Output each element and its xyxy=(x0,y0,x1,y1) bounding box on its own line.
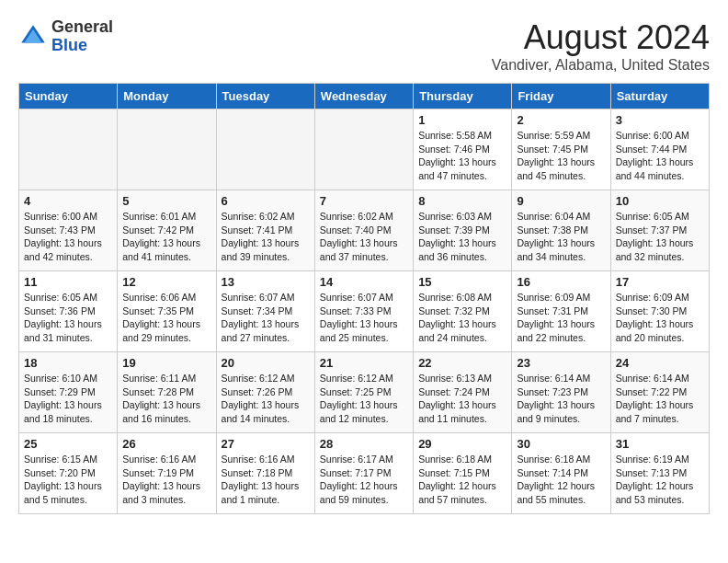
day-cell: 10Sunrise: 6:05 AM Sunset: 7:37 PM Dayli… xyxy=(610,190,709,271)
day-number: 23 xyxy=(517,356,605,370)
day-info: Sunrise: 6:07 AM Sunset: 7:34 PM Dayligh… xyxy=(222,291,310,345)
day-number: 10 xyxy=(616,194,704,208)
day-info: Sunrise: 6:17 AM Sunset: 7:17 PM Dayligh… xyxy=(320,453,408,507)
day-info: Sunrise: 6:04 AM Sunset: 7:38 PM Dayligh… xyxy=(517,210,605,264)
day-cell: 19Sunrise: 6:11 AM Sunset: 7:28 PM Dayli… xyxy=(118,352,216,433)
day-cell: 8Sunrise: 6:03 AM Sunset: 7:39 PM Daylig… xyxy=(414,190,512,271)
weekday-header-thursday: Thursday xyxy=(414,84,512,109)
weekday-header-monday: Monday xyxy=(118,84,216,109)
day-info: Sunrise: 6:05 AM Sunset: 7:37 PM Dayligh… xyxy=(616,210,704,264)
logo-icon xyxy=(18,22,48,52)
day-cell: 20Sunrise: 6:12 AM Sunset: 7:26 PM Dayli… xyxy=(216,352,314,433)
logo-blue: Blue xyxy=(51,37,113,55)
day-info: Sunrise: 6:00 AM Sunset: 7:43 PM Dayligh… xyxy=(24,210,112,264)
weekday-header-wednesday: Wednesday xyxy=(314,84,413,109)
day-number: 15 xyxy=(418,275,506,289)
day-info: Sunrise: 6:12 AM Sunset: 7:25 PM Dayligh… xyxy=(320,372,408,426)
day-cell: 31Sunrise: 6:19 AM Sunset: 7:13 PM Dayli… xyxy=(610,433,709,514)
day-cell: 2Sunrise: 5:59 AM Sunset: 7:45 PM Daylig… xyxy=(512,109,610,190)
calendar-header: SundayMondayTuesdayWednesdayThursdayFrid… xyxy=(19,84,710,109)
day-info: Sunrise: 6:14 AM Sunset: 7:23 PM Dayligh… xyxy=(517,372,605,426)
logo-general: General xyxy=(51,18,113,37)
day-number: 7 xyxy=(320,194,408,208)
logo-text: General Blue xyxy=(51,18,113,55)
day-number: 21 xyxy=(320,356,408,370)
day-number: 24 xyxy=(616,356,704,370)
day-info: Sunrise: 6:06 AM Sunset: 7:35 PM Dayligh… xyxy=(122,291,210,345)
week-row-4: 18Sunrise: 6:10 AM Sunset: 7:29 PM Dayli… xyxy=(19,352,710,433)
day-number: 12 xyxy=(122,275,210,289)
day-info: Sunrise: 6:01 AM Sunset: 7:42 PM Dayligh… xyxy=(122,210,210,264)
week-row-3: 11Sunrise: 6:05 AM Sunset: 7:36 PM Dayli… xyxy=(19,271,710,352)
day-info: Sunrise: 6:02 AM Sunset: 7:41 PM Dayligh… xyxy=(222,210,310,264)
day-cell: 9Sunrise: 6:04 AM Sunset: 7:38 PM Daylig… xyxy=(512,190,610,271)
calendar-body: 1Sunrise: 5:58 AM Sunset: 7:46 PM Daylig… xyxy=(19,109,710,514)
logo: General Blue xyxy=(18,18,113,55)
day-cell: 3Sunrise: 6:00 AM Sunset: 7:44 PM Daylig… xyxy=(610,109,709,190)
day-info: Sunrise: 6:19 AM Sunset: 7:13 PM Dayligh… xyxy=(616,453,704,507)
day-cell: 6Sunrise: 6:02 AM Sunset: 7:41 PM Daylig… xyxy=(216,190,314,271)
day-info: Sunrise: 6:03 AM Sunset: 7:39 PM Dayligh… xyxy=(418,210,506,264)
day-number: 1 xyxy=(418,113,506,127)
day-info: Sunrise: 6:07 AM Sunset: 7:33 PM Dayligh… xyxy=(320,291,408,345)
subtitle: Vandiver, Alabama, United States xyxy=(492,57,710,74)
weekday-header-sunday: Sunday xyxy=(19,84,118,109)
day-cell: 1Sunrise: 5:58 AM Sunset: 7:46 PM Daylig… xyxy=(414,109,512,190)
day-cell: 17Sunrise: 6:09 AM Sunset: 7:30 PM Dayli… xyxy=(610,271,709,352)
day-cell: 25Sunrise: 6:15 AM Sunset: 7:20 PM Dayli… xyxy=(19,433,118,514)
day-number: 16 xyxy=(517,275,605,289)
day-cell: 14Sunrise: 6:07 AM Sunset: 7:33 PM Dayli… xyxy=(314,271,413,352)
day-cell: 12Sunrise: 6:06 AM Sunset: 7:35 PM Dayli… xyxy=(118,271,216,352)
day-info: Sunrise: 6:13 AM Sunset: 7:24 PM Dayligh… xyxy=(418,372,506,426)
day-info: Sunrise: 6:10 AM Sunset: 7:29 PM Dayligh… xyxy=(24,372,112,426)
day-info: Sunrise: 6:08 AM Sunset: 7:32 PM Dayligh… xyxy=(418,291,506,345)
day-cell: 22Sunrise: 6:13 AM Sunset: 7:24 PM Dayli… xyxy=(414,352,512,433)
day-number: 28 xyxy=(320,437,408,451)
day-info: Sunrise: 6:18 AM Sunset: 7:15 PM Dayligh… xyxy=(418,453,506,507)
day-number: 27 xyxy=(222,437,310,451)
day-number: 18 xyxy=(24,356,112,370)
day-number: 2 xyxy=(517,113,605,127)
day-cell xyxy=(118,109,216,190)
day-number: 17 xyxy=(616,275,704,289)
day-cell: 18Sunrise: 6:10 AM Sunset: 7:29 PM Dayli… xyxy=(19,352,118,433)
day-number: 31 xyxy=(616,437,704,451)
day-cell: 5Sunrise: 6:01 AM Sunset: 7:42 PM Daylig… xyxy=(118,190,216,271)
day-info: Sunrise: 5:58 AM Sunset: 7:46 PM Dayligh… xyxy=(418,129,506,183)
weekday-header-tuesday: Tuesday xyxy=(216,84,314,109)
day-cell xyxy=(19,109,118,190)
header: General Blue August 2024 Vandiver, Alaba… xyxy=(18,18,710,74)
day-cell: 4Sunrise: 6:00 AM Sunset: 7:43 PM Daylig… xyxy=(19,190,118,271)
day-cell: 28Sunrise: 6:17 AM Sunset: 7:17 PM Dayli… xyxy=(314,433,413,514)
day-info: Sunrise: 6:02 AM Sunset: 7:40 PM Dayligh… xyxy=(320,210,408,264)
day-cell: 24Sunrise: 6:14 AM Sunset: 7:22 PM Dayli… xyxy=(610,352,709,433)
day-cell: 23Sunrise: 6:14 AM Sunset: 7:23 PM Dayli… xyxy=(512,352,610,433)
day-info: Sunrise: 6:11 AM Sunset: 7:28 PM Dayligh… xyxy=(122,372,210,426)
day-info: Sunrise: 6:05 AM Sunset: 7:36 PM Dayligh… xyxy=(24,291,112,345)
day-number: 4 xyxy=(24,194,112,208)
day-number: 13 xyxy=(222,275,310,289)
day-number: 11 xyxy=(24,275,112,289)
day-number: 8 xyxy=(418,194,506,208)
day-cell xyxy=(216,109,314,190)
week-row-5: 25Sunrise: 6:15 AM Sunset: 7:20 PM Dayli… xyxy=(19,433,710,514)
weekday-header-saturday: Saturday xyxy=(610,84,709,109)
day-cell: 16Sunrise: 6:09 AM Sunset: 7:31 PM Dayli… xyxy=(512,271,610,352)
day-number: 20 xyxy=(222,356,310,370)
day-cell xyxy=(314,109,413,190)
weekday-header-friday: Friday xyxy=(512,84,610,109)
day-info: Sunrise: 6:09 AM Sunset: 7:30 PM Dayligh… xyxy=(616,291,704,345)
day-info: Sunrise: 6:00 AM Sunset: 7:44 PM Dayligh… xyxy=(616,129,704,183)
day-info: Sunrise: 6:16 AM Sunset: 7:18 PM Dayligh… xyxy=(222,453,310,507)
day-number: 26 xyxy=(122,437,210,451)
day-number: 22 xyxy=(418,356,506,370)
day-cell: 7Sunrise: 6:02 AM Sunset: 7:40 PM Daylig… xyxy=(314,190,413,271)
day-info: Sunrise: 6:18 AM Sunset: 7:14 PM Dayligh… xyxy=(517,453,605,507)
week-row-2: 4Sunrise: 6:00 AM Sunset: 7:43 PM Daylig… xyxy=(19,190,710,271)
day-number: 9 xyxy=(517,194,605,208)
day-cell: 11Sunrise: 6:05 AM Sunset: 7:36 PM Dayli… xyxy=(19,271,118,352)
day-info: Sunrise: 6:16 AM Sunset: 7:19 PM Dayligh… xyxy=(122,453,210,507)
day-number: 30 xyxy=(517,437,605,451)
day-number: 29 xyxy=(418,437,506,451)
day-number: 25 xyxy=(24,437,112,451)
